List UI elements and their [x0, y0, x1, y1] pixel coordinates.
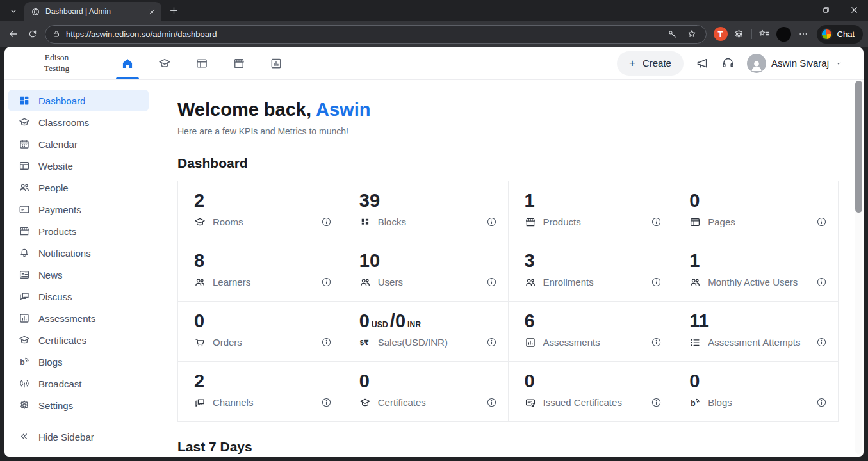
user-avatar — [747, 54, 766, 73]
kpi-value: 6 — [525, 311, 662, 332]
megaphone-icon[interactable] — [696, 56, 709, 70]
back-button[interactable] — [4, 24, 23, 44]
kpi-card-issued-certificates: 0Issued Certificates — [509, 362, 674, 422]
headset-icon[interactable] — [721, 56, 735, 70]
sidebar-item-settings[interactable]: Settings — [8, 394, 149, 416]
sidebar-item-broadcast[interactable]: Broadcast — [8, 373, 149, 394]
kpi-meta: Rooms — [194, 216, 332, 228]
close-button[interactable] — [840, 0, 868, 20]
user-menu[interactable]: Aswin Sivaraj — [747, 54, 843, 73]
sidebar-item-discuss[interactable]: Discuss — [8, 286, 149, 307]
copilot-chat-button[interactable]: Chat — [817, 25, 863, 44]
sidebar-item-notifications[interactable]: Notifications — [8, 242, 149, 264]
kpi-cards-grid: 2Rooms39Blocks1Products0Pages8Learners10… — [177, 181, 839, 422]
url-text[interactable]: https://aswin.edison.so/admin/dashboard — [66, 29, 660, 39]
scrollbar-thumb[interactable] — [855, 81, 862, 213]
kpi-value-number: 11 — [689, 311, 709, 332]
hide-sidebar-button[interactable]: Hide Sidebar — [8, 426, 149, 448]
favorites-bar-button[interactable] — [755, 24, 774, 44]
welcome-subtitle: Here are a few KPIs and Metrics to munch… — [177, 126, 864, 136]
sidebar-item-products[interactable]: Products — [8, 220, 149, 242]
tab-close-icon[interactable] — [148, 8, 156, 16]
chat-icon — [194, 397, 206, 408]
kpi-card-certificates: 0Certificates — [343, 362, 509, 422]
kpi-card-enrollments: 3Enrollments — [509, 241, 674, 302]
nav-classrooms[interactable] — [146, 47, 183, 79]
welcome-prefix: Welcome back, — [177, 99, 311, 120]
sidebar-item-blogs[interactable]: bBlogs — [8, 351, 149, 373]
address-bar[interactable]: https://aswin.edison.so/admin/dashboard — [45, 25, 707, 44]
info-icon[interactable] — [816, 277, 827, 287]
info-icon[interactable] — [816, 216, 827, 227]
kpi-value-number: 0 — [689, 371, 700, 392]
bell-icon — [19, 247, 30, 259]
kpi-label: Pages — [708, 216, 809, 227]
kpi-meta: Assessment Attempts — [689, 337, 827, 348]
kpi-meta: Products — [525, 216, 662, 228]
kpi-meta: $₹Sales(USD/INR) — [359, 337, 497, 348]
sidebar-item-label: Classrooms — [38, 117, 89, 128]
sidebar-item-assessments[interactable]: Assessments — [8, 307, 149, 329]
sidebar-item-label: Assessments — [38, 313, 95, 324]
browser-profile-avatar[interactable] — [776, 27, 791, 42]
kpi-label: Products — [543, 216, 644, 227]
kpi-value: 2 — [194, 371, 332, 392]
kpi-meta: Assessments — [525, 337, 662, 348]
toolbar-separator — [751, 29, 752, 39]
info-icon[interactable] — [651, 337, 662, 348]
sidebar-item-certificates[interactable]: Certificates — [8, 329, 149, 351]
info-icon[interactable] — [321, 337, 332, 348]
home-icon — [121, 57, 134, 70]
lock-icon[interactable] — [52, 29, 61, 38]
extensions-button[interactable] — [730, 24, 749, 44]
info-icon[interactable] — [651, 216, 662, 227]
info-icon[interactable] — [486, 216, 497, 227]
info-icon[interactable] — [486, 397, 497, 408]
kpi-value-number: 2 — [194, 191, 204, 211]
sidebar-item-people[interactable]: People — [8, 177, 149, 198]
admin-page: Edison Testing + Create Aswin Sivaraj — [4, 47, 864, 457]
sidebar-item-label: Notifications — [38, 248, 91, 259]
kpi-card-monthly-active-users: 1Monthly Active Users — [673, 241, 839, 302]
cart-icon — [194, 337, 206, 348]
info-icon[interactable] — [486, 337, 497, 348]
sidebar-item-website[interactable]: Website — [8, 155, 149, 177]
sidebar-item-payments[interactable]: Payments — [8, 198, 149, 220]
nav-store[interactable] — [220, 47, 258, 79]
refresh-button[interactable] — [23, 24, 42, 44]
info-icon[interactable] — [321, 397, 332, 408]
app-header: Edison Testing + Create Aswin Sivaraj — [4, 47, 864, 80]
sidebar-item-classrooms[interactable]: Classrooms — [8, 111, 149, 133]
info-icon[interactable] — [321, 216, 332, 227]
maximize-button[interactable] — [812, 0, 840, 20]
new-tab-button[interactable] — [164, 1, 183, 20]
hide-sidebar-label: Hide Sidebar — [38, 432, 94, 442]
info-icon[interactable] — [321, 277, 332, 287]
password-key-button[interactable] — [665, 26, 680, 42]
nav-website[interactable] — [183, 47, 220, 79]
create-button[interactable]: + Create — [617, 51, 684, 76]
browser-tab-active[interactable]: Dashboard | Admin — [24, 2, 161, 21]
info-icon[interactable] — [651, 397, 662, 408]
site-logo[interactable]: Edison Testing — [4, 53, 109, 73]
dashboard-section-title: Dashboard — [177, 156, 864, 171]
nav-dashboard[interactable] — [109, 47, 146, 79]
info-icon[interactable] — [486, 277, 497, 287]
tab-search-button[interactable] — [4, 1, 23, 20]
extension-t-button[interactable]: T — [714, 27, 728, 41]
minimize-button[interactable] — [783, 0, 812, 20]
more-menu-button[interactable] — [794, 24, 813, 44]
page-scrollbar[interactable] — [855, 81, 862, 454]
welcome-heading: Welcome back, Aswin — [177, 99, 864, 120]
window-controls — [783, 0, 868, 20]
info-icon[interactable] — [651, 277, 662, 287]
info-icon[interactable] — [816, 397, 827, 408]
favorite-star-button[interactable] — [684, 26, 700, 42]
sidebar-item-news[interactable]: News — [8, 264, 149, 286]
kpi-meta: Pages — [689, 216, 827, 228]
sidebar-item-dashboard[interactable]: Dashboard — [8, 90, 149, 111]
kpi-meta: Learners — [194, 277, 332, 288]
nav-reports[interactable] — [258, 47, 295, 79]
info-icon[interactable] — [816, 337, 827, 348]
sidebar-item-calendar[interactable]: Calendar — [8, 133, 149, 155]
